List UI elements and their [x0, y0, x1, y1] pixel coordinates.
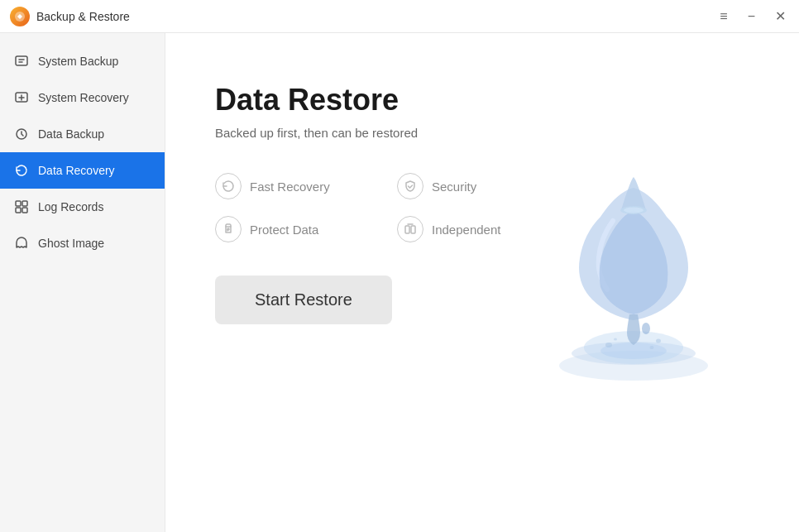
title-bar-controls: ≡ − ✕ [716, 7, 789, 26]
menu-button[interactable]: ≡ [716, 7, 730, 26]
svg-point-17 [642, 323, 650, 334]
feature-protect-data: Protect Data [215, 216, 347, 242]
page-title: Data Restore [215, 83, 749, 117]
protect-data-label: Protect Data [250, 223, 318, 237]
page-subtitle: Backed up first, then can be restored [215, 126, 749, 140]
sidebar-item-data-recovery[interactable]: Data Recovery [0, 152, 165, 189]
independent-icon [397, 216, 423, 242]
svg-rect-10 [411, 226, 415, 233]
system-recovery-icon [13, 89, 30, 106]
sidebar-label-data-backup: Data Backup [38, 127, 104, 141]
sidebar-label-data-recovery: Data Recovery [38, 164, 115, 177]
feature-independent: Independent [397, 216, 529, 242]
sidebar-label-system-backup: System Backup [38, 55, 118, 68]
app-icon [10, 7, 30, 26]
svg-point-21 [650, 346, 654, 349]
security-icon [397, 173, 423, 199]
svg-rect-4 [16, 201, 21, 206]
sidebar-item-system-backup[interactable]: System Backup [0, 43, 165, 79]
sidebar-item-data-backup[interactable]: Data Backup [0, 116, 165, 152]
sidebar-label-ghost-image: Ghost Image [38, 237, 104, 250]
feature-fast-recovery: Fast Recovery [215, 173, 347, 199]
sidebar-item-system-recovery[interactable]: System Recovery [0, 79, 165, 116]
svg-rect-7 [22, 208, 27, 213]
log-records-icon [13, 199, 30, 215]
sidebar-label-system-recovery: System Recovery [38, 91, 129, 104]
main-layout: System Backup System Recovery Data Backu… [0, 33, 799, 532]
title-bar-left: Backup & Restore [10, 7, 130, 26]
svg-rect-6 [16, 208, 21, 213]
illustration [518, 167, 749, 399]
svg-rect-5 [22, 201, 27, 206]
content-area: Data Restore Backed up first, then can b… [165, 33, 799, 532]
fast-recovery-label: Fast Recovery [250, 180, 330, 194]
data-recovery-icon [13, 162, 30, 179]
sidebar: System Backup System Recovery Data Backu… [0, 33, 165, 532]
close-button[interactable]: ✕ [772, 7, 789, 26]
app-name: Backup & Restore [36, 10, 130, 23]
sidebar-item-ghost-image[interactable]: Ghost Image [0, 225, 165, 261]
svg-rect-9 [405, 226, 409, 233]
svg-point-8 [227, 228, 229, 230]
svg-point-16 [624, 207, 644, 213]
ghost-image-icon [13, 235, 30, 252]
minimize-button[interactable]: − [744, 7, 758, 26]
svg-rect-1 [16, 56, 27, 65]
svg-point-20 [614, 338, 617, 340]
svg-point-18 [605, 343, 612, 347]
data-backup-icon [13, 126, 30, 142]
title-bar: Backup & Restore ≡ − ✕ [0, 0, 799, 33]
feature-security: Security [397, 173, 529, 199]
protect-data-icon [215, 216, 242, 242]
svg-point-19 [656, 338, 661, 343]
independent-label: Independent [432, 223, 500, 237]
sidebar-label-log-records: Log Records [38, 200, 103, 213]
fast-recovery-icon [215, 173, 242, 199]
features-grid: Fast Recovery Security [215, 173, 529, 242]
start-restore-button[interactable]: Start Restore [215, 276, 392, 324]
sidebar-item-log-records[interactable]: Log Records [0, 189, 165, 225]
security-label: Security [432, 180, 476, 194]
system-backup-icon [13, 53, 30, 69]
